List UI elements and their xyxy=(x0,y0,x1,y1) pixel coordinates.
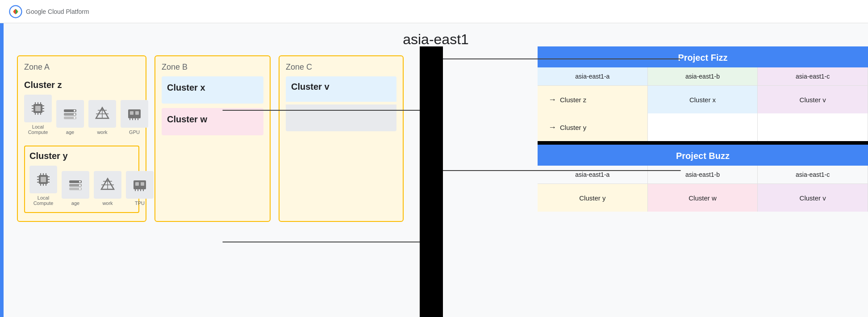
buzz-region-row: asia-east1-a asia-east1-b asia-east1-c xyxy=(538,166,868,184)
left-accent-bar xyxy=(0,23,4,317)
gcp-logo-text: Google Cloud Platform xyxy=(26,8,89,15)
arrow-to-z: → xyxy=(548,95,556,104)
cluster-z-box: Cluster z LocalCompute age xyxy=(24,76,139,138)
icon-y-network-label: work xyxy=(102,200,113,206)
buzz-region-c: asia-east1-c xyxy=(758,166,868,184)
gcp-logo-icon xyxy=(9,5,22,18)
icon-y-age-label: age xyxy=(71,200,79,206)
cluster-y-subbox: Cluster y LocalCompute age xyxy=(24,146,139,213)
icon-tpu-label: TPU xyxy=(135,200,145,206)
buzz-cluster-v-cell: Cluster v xyxy=(758,184,868,212)
zone-c-bottom xyxy=(286,104,396,131)
cluster-v-heading: Cluster v xyxy=(291,82,391,92)
fizz-cluster-y-cell: → Cluster y xyxy=(538,113,648,141)
tpu-icon xyxy=(126,171,154,199)
cluster-z-icons: LocalCompute age work xyxy=(24,95,139,135)
cpu-icon xyxy=(24,95,52,122)
y-network-icon xyxy=(94,171,121,199)
buzz-region-a: asia-east1-a xyxy=(538,166,648,184)
zone-c-top: Cluster v xyxy=(286,76,396,102)
zone-c: Zone C Cluster v xyxy=(279,55,404,222)
fizz-cluster-x-cell: Cluster x xyxy=(648,86,758,113)
project-fizz: Project Fizz asia-east1-a asia-east1-b a… xyxy=(538,46,868,141)
y-cpu-icon xyxy=(29,166,57,193)
project-fizz-header: Project Fizz xyxy=(538,46,868,67)
buzz-cluster-row: Cluster y Cluster w Cluster v xyxy=(538,184,868,212)
svg-rect-2 xyxy=(35,106,41,111)
gpu-icon xyxy=(121,100,148,128)
buzz-region-b: asia-east1-b xyxy=(648,166,758,184)
icon-y-storage: age xyxy=(62,171,89,206)
icon-network-label: work xyxy=(97,129,107,135)
svg-rect-27 xyxy=(135,111,139,115)
svg-rect-33 xyxy=(41,177,46,182)
fizz-cluster-z-label: Cluster z xyxy=(560,96,586,104)
icon-storage: age xyxy=(56,100,84,135)
top-bar: Google Cloud Platform xyxy=(0,0,868,23)
gcp-logo: Google Cloud Platform xyxy=(9,5,89,18)
fizz-cluster-z-row: → Cluster z Cluster x Cluster v xyxy=(538,86,868,113)
fizz-region-b: asia-east1-b xyxy=(648,67,758,85)
cluster-y-icons: LocalCompute age work xyxy=(29,166,134,206)
project-buzz-body: asia-east1-a asia-east1-b asia-east1-c C… xyxy=(538,166,868,212)
svg-point-19 xyxy=(74,113,75,115)
zone-a: Zone A Cluster z LocalCompute xyxy=(17,55,146,222)
svg-point-20 xyxy=(74,117,75,119)
cluster-w-heading: Cluster w xyxy=(167,114,258,125)
icon-network: work xyxy=(88,100,116,135)
cluster-w-box: Cluster w xyxy=(162,108,263,135)
icon-local-compute: LocalCompute xyxy=(24,95,52,135)
storage-icon xyxy=(56,100,84,128)
icon-local-compute-label: LocalCompute xyxy=(28,124,48,135)
zone-a-label: Zone A xyxy=(24,63,139,72)
icon-y-compute-label: LocalCompute xyxy=(33,195,54,206)
project-buzz-header: Project Buzz xyxy=(538,145,868,166)
fizz-region-c: asia-east1-c xyxy=(758,67,868,85)
svg-point-51 xyxy=(79,188,81,190)
fizz-region-row: asia-east1-a asia-east1-b asia-east1-c xyxy=(538,67,868,86)
buzz-cluster-y-cell: Cluster y xyxy=(538,184,648,212)
icon-y-local-compute: LocalCompute xyxy=(29,166,57,206)
cluster-z-heading: Cluster z xyxy=(24,80,139,90)
svg-point-50 xyxy=(79,184,81,186)
svg-rect-58 xyxy=(141,182,144,186)
fizz-region-a: asia-east1-a xyxy=(538,67,648,85)
y-storage-icon xyxy=(62,171,89,199)
fizz-empty-c xyxy=(758,113,868,141)
svg-point-49 xyxy=(79,181,81,183)
fizz-cluster-z-cell: → Cluster z xyxy=(538,86,648,113)
icon-y-network: work xyxy=(94,171,121,206)
project-buzz: Project Buzz asia-east1-a asia-east1-b a… xyxy=(538,145,868,212)
cluster-y-heading: Cluster y xyxy=(29,151,134,161)
svg-rect-57 xyxy=(135,182,139,186)
project-fizz-body: asia-east1-a asia-east1-b asia-east1-c →… xyxy=(538,67,868,141)
network-icon xyxy=(88,100,116,128)
svg-point-18 xyxy=(74,110,75,112)
main-content: asia-east1 Zone A Cluster z LocalCompute xyxy=(0,23,868,317)
zone-b: Zone B Cluster x Cluster w xyxy=(154,55,271,222)
project-divider xyxy=(538,141,868,145)
svg-rect-26 xyxy=(130,111,134,115)
icon-gpu-label: GPU xyxy=(129,129,140,135)
buzz-cluster-w-cell: Cluster w xyxy=(648,184,758,212)
arrow-to-y: → xyxy=(548,123,556,132)
zone-c-label: Zone C xyxy=(286,63,396,72)
cluster-x-box: Cluster x xyxy=(162,76,263,104)
right-panel: Project Fizz asia-east1-a asia-east1-b a… xyxy=(538,46,868,212)
fizz-cluster-v-cell: Cluster v xyxy=(758,86,868,113)
zone-b-label: Zone B xyxy=(162,63,263,72)
black-divider xyxy=(420,46,443,317)
fizz-empty-b xyxy=(648,113,758,141)
cluster-x-heading: Cluster x xyxy=(167,83,258,93)
icon-tpu: TPU xyxy=(126,171,154,206)
fizz-cluster-y-label: Cluster y xyxy=(560,124,586,131)
icon-age-label: age xyxy=(66,129,74,135)
icon-gpu: GPU xyxy=(121,100,148,135)
fizz-cluster-y-row: → Cluster y xyxy=(538,113,868,141)
